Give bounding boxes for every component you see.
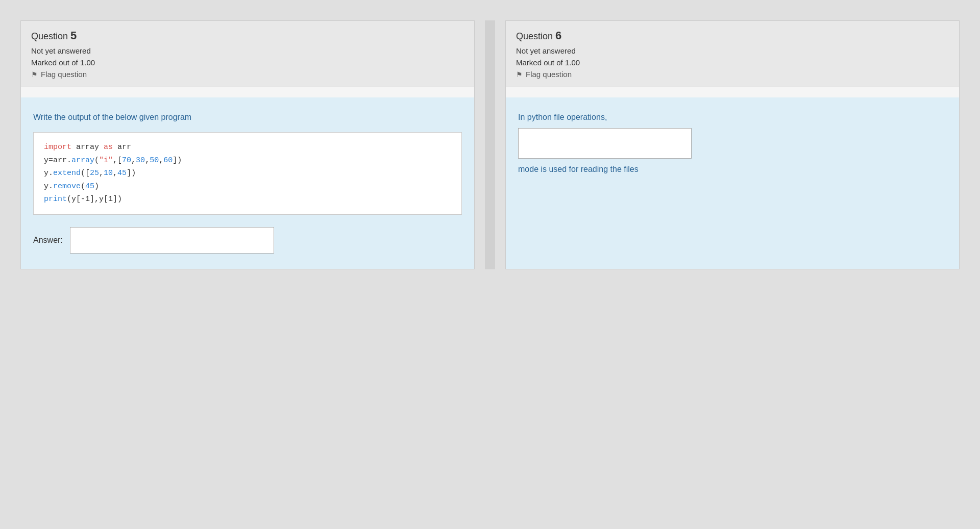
question-5-number: 5 [70, 29, 77, 42]
question-5-header: Question 5 Not yet answered Marked out o… [21, 21, 474, 87]
question-6-mark: Marked out of 1.00 [516, 58, 949, 67]
question-5-flag[interactable]: ⚑ Flag question [31, 70, 464, 79]
question-6-card: Question 6 Not yet answered Marked out o… [505, 20, 960, 269]
code-remove: remove [53, 182, 81, 191]
code-line-2: y=arr.array("i",[70,30,50,60]) [44, 154, 451, 167]
question-6-header: Question 6 Not yet answered Marked out o… [506, 21, 959, 87]
question-5-answer-row: Answer: [33, 227, 462, 254]
question-6-answer-input[interactable] [518, 128, 692, 159]
question-5-text: Write the output of the below given prog… [33, 113, 462, 122]
question-6-flag[interactable]: ⚑ Flag question [516, 70, 949, 79]
question-5-answer-label: Answer: [33, 236, 63, 245]
question-5-answer-input[interactable] [70, 227, 274, 254]
code-line-5: print(y[-1],y[1]) [44, 193, 451, 206]
question-5-prefix: Question [31, 31, 70, 41]
question-6-body: In python file operations, mode is used … [506, 97, 959, 269]
question-5-body: Write the output of the below given prog… [21, 97, 474, 269]
question-6-before-text: In python file operations, [518, 113, 947, 122]
code-print: print [44, 195, 67, 204]
page-container: Question 5 Not yet answered Marked out o… [0, 10, 980, 280]
question-5-code: import array as arr y=arr.array("i",[70,… [33, 132, 462, 215]
question-6-spacer [506, 87, 959, 97]
code-string-i: "i" [99, 156, 113, 165]
question-6-title: Question 6 [516, 29, 949, 42]
question-6-status: Not yet answered [516, 46, 949, 55]
code-as: as [104, 143, 113, 152]
question-6-number: 6 [555, 29, 561, 42]
code-import: import [44, 143, 71, 152]
column-separator [485, 20, 495, 269]
question-6-flag-label: Flag question [526, 70, 572, 79]
code-line-3: y.extend([25,10,45]) [44, 167, 451, 180]
code-line-4: y.remove(45) [44, 180, 451, 193]
code-array-func: array [71, 156, 94, 165]
question-5-spacer [21, 87, 474, 97]
question-5-mark: Marked out of 1.00 [31, 58, 464, 67]
code-line-1: import array as arr [44, 141, 451, 154]
question-6-after-text: mode is used for reading the files [518, 165, 947, 174]
question-6-prefix: Question [516, 31, 555, 41]
question-5-card: Question 5 Not yet answered Marked out o… [20, 20, 475, 269]
question-5-status: Not yet answered [31, 46, 464, 55]
question-5-flag-label: Flag question [41, 70, 87, 79]
flag-icon-5: ⚑ [31, 70, 38, 79]
question-5-title: Question 5 [31, 29, 464, 42]
code-extend: extend [53, 169, 81, 178]
flag-icon-6: ⚑ [516, 70, 523, 79]
